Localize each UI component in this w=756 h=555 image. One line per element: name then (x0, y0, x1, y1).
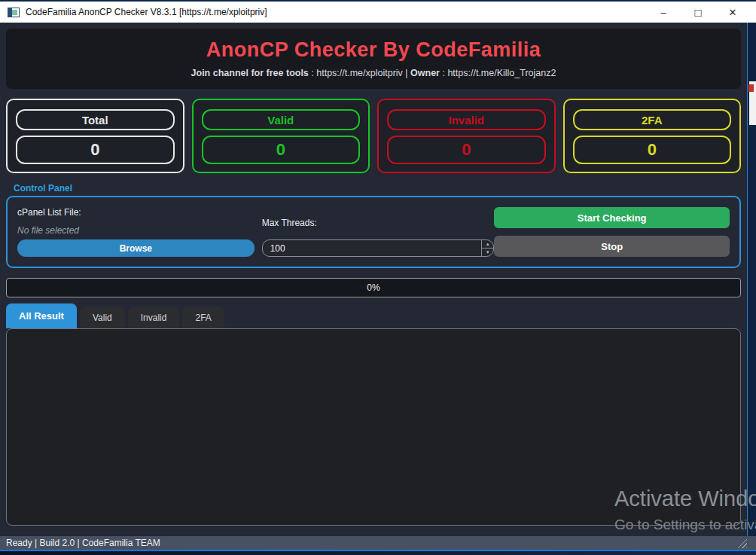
stat-total-label: Total (16, 109, 175, 130)
subtitle-bold-join: Join channel for free tools (191, 68, 309, 78)
control-panel-group: cPanel List File: No file selected Brows… (6, 196, 741, 268)
stat-invalid-label: Invalid (387, 109, 546, 130)
results-output-area[interactable] (6, 328, 741, 526)
spinner-down-icon[interactable]: ▼ (482, 249, 493, 256)
resize-grip[interactable] (736, 538, 747, 548)
file-column: cPanel List File: No file selected Brows… (17, 207, 255, 257)
stat-invalid-value: 0 (387, 136, 546, 164)
tab-invalid[interactable]: Invalid (128, 306, 180, 328)
maximize-button[interactable]: □ (681, 2, 715, 23)
tab-2fa[interactable]: 2FA (182, 306, 224, 328)
minimize-button[interactable]: – (646, 2, 681, 23)
cpanel-list-file-label: cPanel List File: (17, 207, 255, 218)
progress-percent: 0% (367, 282, 380, 293)
window-controls: – □ ✕ (646, 2, 750, 23)
stat-box-2fa: 2FA 0 (563, 99, 742, 173)
status-bar: Ready | Build 2.0 | CodeFamilia TEAM (0, 536, 756, 550)
browse-button[interactable]: Browse (17, 239, 255, 257)
spinner-up-icon[interactable]: ▲ (482, 240, 493, 249)
subtitle-owner-link: : https://t.me/Killo_Trojanz2 (440, 68, 556, 78)
subtitle-bold-owner: Owner (410, 68, 440, 78)
stat-2fa-value: 0 (573, 136, 732, 164)
background-red-fragment (748, 84, 754, 92)
max-threads-spinbox[interactable]: 100 ▲ ▼ (262, 239, 495, 257)
app-window: AnonCP Checker By CodeFamilia Join chann… (0, 23, 748, 536)
subtitle-channel-link: : https://t.me/xploitpriv | (309, 68, 410, 78)
start-checking-button[interactable]: Start Checking (494, 207, 730, 228)
tab-valid[interactable]: Valid (80, 306, 125, 328)
file-selected-status: No file selected (17, 225, 255, 236)
stat-2fa-label: 2FA (573, 109, 732, 130)
stat-box-invalid: Invalid 0 (377, 99, 556, 173)
app-icon (8, 8, 20, 17)
result-tabs: All Result Valid Invalid 2FA (6, 303, 741, 328)
desktop-edge-strip (748, 23, 756, 536)
max-threads-value[interactable]: 100 (263, 240, 482, 256)
spinner-arrows: ▲ ▼ (481, 240, 493, 256)
action-buttons-column: Start Checking Stop (494, 207, 730, 257)
tab-all-result[interactable]: All Result (6, 303, 77, 328)
stat-total-value: 0 (16, 136, 175, 164)
stats-row: Total 0 Valid 0 Invalid 0 2FA 0 (6, 99, 741, 173)
header-subtitle: Join channel for free tools : https://t.… (6, 68, 741, 78)
title-bar: CodeFamilia AnonCP Checker V8.3.1 [https… (0, 0, 756, 23)
threads-column: Max Threads: 100 ▲ ▼ (262, 207, 495, 257)
max-threads-label: Max Threads: (262, 218, 495, 228)
progress-bar: 0% (6, 278, 741, 297)
stat-valid-label: Valid (202, 109, 361, 130)
stop-button[interactable]: Stop (494, 236, 730, 257)
stat-box-valid: Valid 0 (192, 99, 370, 173)
status-text: Ready | Build 2.0 | CodeFamilia TEAM (6, 538, 160, 548)
desktop-bottom-strip (0, 551, 756, 555)
control-panel-group-label: Control Panel (14, 183, 741, 194)
close-button[interactable]: ✕ (715, 2, 750, 23)
stat-valid-value: 0 (202, 136, 361, 164)
stat-box-total: Total 0 (6, 99, 184, 173)
window-title: CodeFamilia AnonCP Checker V8.3.1 [https… (26, 7, 267, 17)
header-banner: AnonCP Checker By CodeFamilia Join chann… (6, 29, 741, 89)
app-title: AnonCP Checker By CodeFamilia (6, 38, 741, 62)
